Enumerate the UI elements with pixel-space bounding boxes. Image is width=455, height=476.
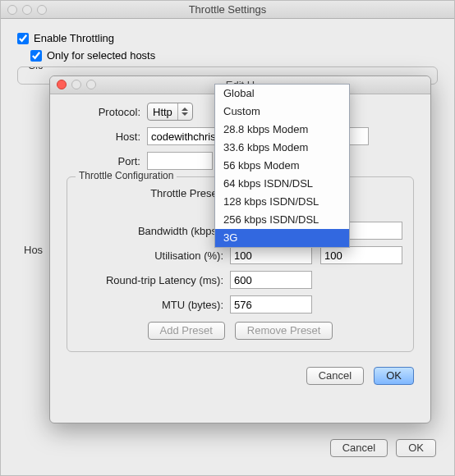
zoom-icon[interactable] xyxy=(86,80,96,89)
close-icon[interactable] xyxy=(57,80,67,89)
preset-menu-item[interactable]: 28.8 kbps Modem xyxy=(215,121,349,139)
outer-ok-button[interactable]: OK xyxy=(396,439,436,457)
remove-preset-button[interactable]: Remove Preset xyxy=(235,322,333,340)
modal-traffic-lights xyxy=(57,80,96,89)
preset-menu-item[interactable]: 128 kbps ISDN/DSL xyxy=(215,193,349,211)
global-groupbox-label: Glo xyxy=(25,66,47,71)
preset-menu-item[interactable]: 256 kbps ISDN/DSL xyxy=(215,211,349,229)
traffic-lights xyxy=(7,5,47,15)
only-selected-label: Only for selected hosts xyxy=(47,49,155,62)
only-selected-row: Only for selected hosts xyxy=(30,49,438,62)
enable-throttling-label: Enable Throttling xyxy=(34,32,114,44)
utilisation-upload-input[interactable] xyxy=(320,246,402,264)
preset-menu-item[interactable]: 56 kbps Modem xyxy=(215,157,349,175)
throttle-preset-menu[interactable]: GlobalCustom28.8 kbps Modem33.6 kbps Mod… xyxy=(214,84,350,248)
close-icon[interactable] xyxy=(7,5,17,15)
modal-cancel-button[interactable]: Cancel xyxy=(306,367,364,385)
port-input[interactable] xyxy=(147,152,213,170)
host-label: Host: xyxy=(67,130,140,143)
window-title: Throttle Settings xyxy=(189,3,267,16)
preset-menu-item[interactable]: 33.6 kbps Modem xyxy=(215,139,349,157)
hosts-label: Hos xyxy=(24,244,43,256)
latency-label: Round-trip Latency (ms): xyxy=(76,274,223,286)
protocol-value: Http xyxy=(148,106,177,118)
mtu-label: MTU (bytes): xyxy=(76,299,223,311)
preset-menu-item[interactable]: Custom xyxy=(215,103,349,121)
latency-input[interactable] xyxy=(230,271,312,289)
utilisation-download-input[interactable] xyxy=(230,246,312,264)
preset-menu-item[interactable]: Global xyxy=(215,85,349,103)
chevron-updown-icon xyxy=(177,103,192,120)
titlebar: Throttle Settings xyxy=(1,1,454,19)
preset-menu-item[interactable]: 64 kbps ISDN/DSL xyxy=(215,175,349,193)
only-selected-checkbox[interactable] xyxy=(30,50,42,62)
minimize-icon[interactable] xyxy=(71,80,81,89)
utilisation-label: Utilisation (%): xyxy=(76,249,223,262)
enable-throttling-checkbox[interactable] xyxy=(17,33,29,44)
throttle-config-label: Throttle Configuration xyxy=(76,170,177,181)
mtu-input[interactable] xyxy=(230,295,312,314)
modal-ok-button[interactable]: OK xyxy=(374,367,414,385)
bandwidth-label: Bandwidth (kbps): xyxy=(76,225,223,237)
protocol-label: Protocol: xyxy=(67,106,140,118)
preset-label: Throttle Preset: xyxy=(76,187,223,199)
zoom-icon[interactable] xyxy=(37,5,47,15)
add-preset-button[interactable]: Add Preset xyxy=(148,322,225,340)
minimize-icon[interactable] xyxy=(22,5,32,15)
port-label: Port: xyxy=(67,155,140,167)
preset-menu-item[interactable]: 3G xyxy=(215,229,349,247)
enable-throttling-row: Enable Throttling xyxy=(17,32,438,44)
protocol-select[interactable]: Http xyxy=(147,103,193,121)
outer-cancel-button[interactable]: Cancel xyxy=(330,439,388,457)
